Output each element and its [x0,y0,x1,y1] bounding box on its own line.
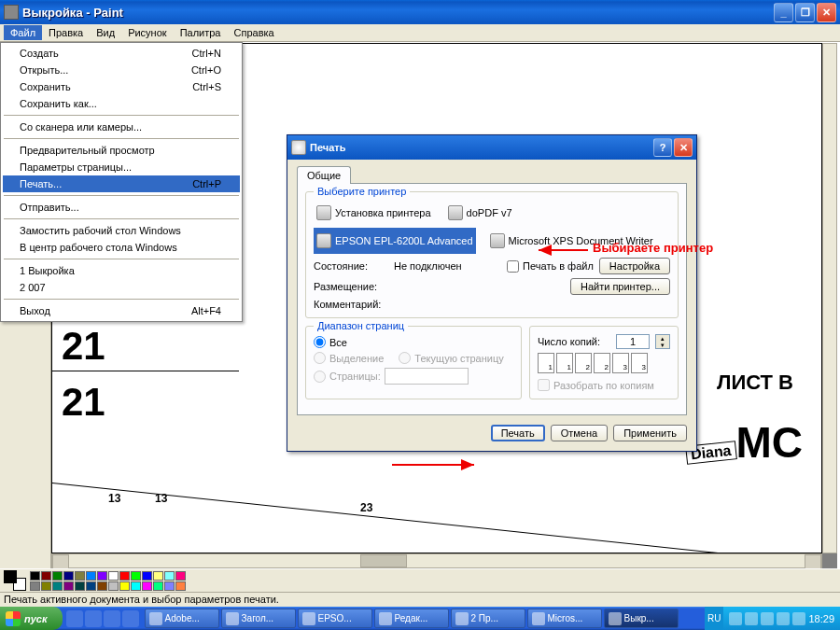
range-selection-radio: Выделение [314,352,384,364]
maximize-button[interactable]: ❐ [795,3,815,22]
menu-item[interactable]: Печать...Ctrl+P [3,175,240,192]
range-current-radio: Текущую страницу [399,352,503,364]
swatch[interactable] [119,581,130,591]
printer-icon [316,233,331,248]
printer-item[interactable]: doPDF v7 [445,200,515,226]
swatch[interactable] [153,581,163,591]
menu-item[interactable]: Отправить... [3,199,240,216]
print-dialog-title: Печать [310,142,651,153]
file-menu-dropdown: СоздатьCtrl+NОткрыть...Ctrl+OСохранитьCt… [0,42,243,322]
task-button[interactable]: Micros... [527,609,602,628]
app-icon [4,5,19,20]
help-button[interactable]: ? [653,138,672,157]
menu-item[interactable]: Сохранить как... [3,95,240,112]
menu-item[interactable]: Со сканера или камеры... [3,119,240,135]
menu-edit[interactable]: Правка [42,25,90,40]
menu-item[interactable]: В центр рабочего стола Windows [3,239,240,256]
swatch[interactable] [119,571,130,581]
menu-item[interactable]: 2 007 [3,279,240,296]
swatch[interactable] [108,571,119,581]
close-button[interactable]: ✕ [817,3,836,22]
color-palette [0,568,840,592]
menu-file[interactable]: Файл [4,25,42,40]
swatch[interactable] [175,571,186,581]
menu-view[interactable]: Вид [90,25,121,40]
menu-item[interactable]: 1 Выкройка [3,262,240,279]
menu-help[interactable]: Справка [228,25,281,40]
printer-icon [490,233,505,248]
swatch[interactable] [52,571,63,581]
quick-launch [63,610,143,627]
windows-logo-icon [6,611,21,626]
swatch[interactable] [30,581,40,591]
swatch[interactable] [75,571,85,581]
settings-button[interactable]: Настройка [599,258,670,274]
swatch[interactable] [164,581,175,591]
menu-image[interactable]: Рисунок [121,25,174,40]
swatch[interactable] [175,581,186,591]
menu-item[interactable]: СоздатьCtrl+N [3,45,240,62]
menu-item[interactable]: Предварительный просмотр [3,142,240,159]
minimize-button[interactable]: _ [774,3,793,22]
swatch[interactable] [63,571,74,581]
printer-item[interactable]: EPSON EPL-6200L Advanced [314,228,476,254]
print-to-file-checkbox[interactable]: Печать в файл [507,260,594,273]
print-button[interactable]: Печать [491,425,545,441]
swatch[interactable] [164,571,175,581]
copies-label: Число копий: [538,336,600,347]
tab-general[interactable]: Общие [297,166,351,184]
menu-item[interactable]: ВыходAlt+F4 [3,302,240,319]
copies-spinner[interactable]: ▴▾ [655,334,670,349]
language-indicator[interactable]: RU [705,607,723,630]
system-tray: 18:29 [723,607,840,630]
swatch[interactable] [41,581,51,591]
fg-bg-indicator[interactable] [4,570,26,591]
print-dialog-titlebar[interactable]: Печать ? ✕ [287,135,696,160]
swatch[interactable] [131,571,141,581]
scrollbar-horizontal[interactable] [51,553,822,568]
task-button[interactable]: EPSO... [298,609,372,628]
swatch[interactable] [97,581,107,591]
menu-palette[interactable]: Палитра [174,25,228,40]
printer-item[interactable]: Установка принтера [314,200,434,226]
task-button[interactable]: Выкр... [604,609,679,628]
swatch[interactable] [30,571,40,581]
menu-item[interactable]: Открыть...Ctrl+O [3,62,240,78]
select-printer-legend: Выберите принтер [314,186,410,197]
menu-item[interactable]: СохранитьCtrl+S [3,78,240,95]
task-button[interactable]: 2 Пр... [451,609,525,628]
comment-label: Комментарий: [314,299,388,310]
printer-icon [316,205,331,220]
task-button[interactable]: Adobe... [145,609,219,628]
printer-item[interactable]: Microsoft XPS Document Writer [487,228,656,254]
menu-item[interactable]: Параметры страницы... [3,159,240,175]
page-range-legend: Диапазон страниц [314,320,408,331]
apply-button[interactable]: Применить [613,425,687,441]
task-button[interactable]: Загол... [221,609,296,628]
find-printer-button[interactable]: Найти принтер... [570,278,670,295]
cancel-button[interactable]: Отмена [551,425,608,441]
collate-checkbox: Разобрать по копиям [538,379,670,391]
select-printer-group: Выберите принтер Установка принтераdoPDF… [305,191,679,318]
swatch[interactable] [142,571,152,581]
swatch[interactable] [86,581,96,591]
swatch[interactable] [142,581,152,591]
swatch[interactable] [97,571,107,581]
swatch[interactable] [131,581,141,591]
swatch[interactable] [75,581,85,591]
start-button[interactable]: пуск [0,607,63,630]
swatch[interactable] [153,571,163,581]
range-all-radio[interactable]: Все [314,336,513,348]
window-title: Выкройка - Paint [22,6,774,20]
menu-item[interactable]: Замостить рабочий стол Windows [3,222,240,239]
swatch[interactable] [63,581,74,591]
task-button[interactable]: Редак... [374,609,449,628]
copies-input[interactable] [616,334,650,349]
swatch[interactable] [108,581,119,591]
scrollbar-vertical[interactable] [822,43,837,553]
state-value: Не подключен [394,260,462,272]
swatch[interactable] [41,571,51,581]
swatch[interactable] [86,571,96,581]
swatch[interactable] [52,581,63,591]
dialog-close-button[interactable]: ✕ [674,138,693,157]
